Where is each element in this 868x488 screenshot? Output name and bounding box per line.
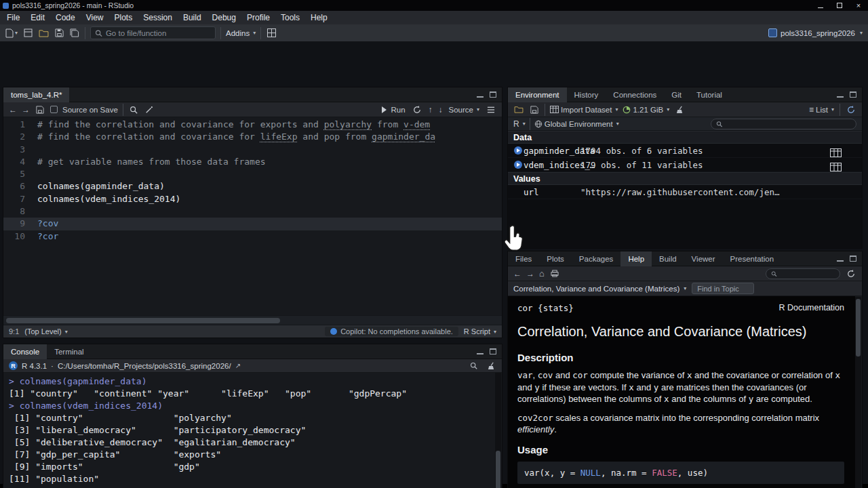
tab-history[interactable]: History — [567, 87, 606, 102]
memory-usage[interactable]: 1.21 GiB ▾ — [623, 106, 669, 114]
tab-console[interactable]: Console — [3, 344, 47, 359]
forward-icon[interactable]: → — [22, 105, 30, 115]
working-directory[interactable]: C:/Users/tomha/R_Projects/pols3316_sprin… — [58, 362, 231, 370]
import-dataset-button[interactable]: Import Dataset ▾ — [550, 106, 618, 114]
menu-build[interactable]: Build — [178, 11, 207, 24]
save-all-icon[interactable] — [69, 26, 80, 40]
pane-minimize-icon[interactable] — [837, 256, 844, 262]
tab-build[interactable]: Build — [652, 251, 684, 266]
menu-file[interactable]: File — [1, 11, 25, 24]
view-table-icon[interactable] — [830, 161, 842, 175]
tab-viewer[interactable]: Viewer — [684, 251, 723, 266]
menu-help[interactable]: Help — [305, 11, 333, 24]
goto-file-search[interactable] — [90, 26, 216, 39]
list-view-selector[interactable]: ≡List▾ — [809, 105, 834, 115]
console-scrollbar[interactable] — [495, 373, 501, 488]
scrollbar-thumb[interactable] — [6, 318, 280, 323]
goto-file-input[interactable] — [106, 29, 211, 37]
menu-profile[interactable]: Profile — [241, 11, 275, 24]
menu-session[interactable]: Session — [138, 11, 178, 24]
pane-maximize-icon[interactable] — [850, 256, 856, 262]
save-icon[interactable] — [54, 26, 64, 40]
open-file-icon[interactable] — [38, 26, 49, 40]
help-scrollbar[interactable] — [855, 297, 861, 488]
forward-icon[interactable]: → — [526, 269, 534, 279]
environment-row[interactable]: url"https://raw.githubusercontent.com/je… — [508, 185, 862, 199]
pane-minimize-icon[interactable] — [837, 92, 844, 98]
back-icon[interactable]: ← — [9, 105, 17, 115]
scrollbar-thumb[interactable] — [856, 299, 861, 357]
save-icon[interactable] — [35, 103, 45, 117]
tab-presentation[interactable]: Presentation — [723, 251, 782, 266]
back-icon[interactable]: ← — [513, 269, 521, 279]
scrollbar-thumb[interactable] — [496, 451, 500, 488]
pane-maximize-icon[interactable] — [850, 92, 856, 98]
tab-packages[interactable]: Packages — [572, 251, 621, 266]
project-selector[interactable]: pols3316_spring2026 ▾ — [768, 28, 863, 37]
menu-debug[interactable]: Debug — [207, 11, 241, 24]
help-search[interactable] — [766, 268, 840, 279]
rerun-icon[interactable] — [412, 103, 422, 117]
editor-content[interactable]: 1# find the correlation and covariance f… — [3, 119, 502, 315]
next-chunk-icon[interactable]: ↓ — [439, 105, 443, 115]
refresh-icon[interactable] — [846, 103, 856, 117]
close-button[interactable]: × — [849, 0, 868, 11]
menu-plots[interactable]: Plots — [109, 11, 138, 24]
help-search-input[interactable] — [780, 270, 835, 278]
tab-environment[interactable]: Environment — [508, 87, 567, 102]
console-search-icon[interactable] — [468, 359, 479, 373]
source-on-save-toggle[interactable]: Source on Save — [50, 106, 118, 114]
code-tools-icon[interactable] — [144, 103, 155, 117]
menu-code[interactable]: Code — [50, 11, 81, 24]
language-selector[interactable]: R▾ — [513, 119, 526, 129]
source-button[interactable]: Source▾ — [449, 106, 479, 114]
pane-maximize-icon[interactable] — [490, 348, 496, 354]
maximize-button[interactable] — [830, 0, 849, 11]
panes-layout-icon[interactable] — [266, 26, 277, 40]
open-in-new-icon[interactable]: ↗ — [235, 362, 241, 369]
refresh-icon[interactable] — [846, 267, 856, 281]
pane-minimize-icon[interactable] — [477, 349, 484, 354]
menu-view[interactable]: View — [81, 11, 109, 24]
previous-chunk-icon[interactable]: ↑ — [429, 105, 433, 115]
tab-terminal[interactable]: Terminal — [47, 344, 91, 359]
find-in-topic-input[interactable] — [697, 285, 749, 293]
find-in-topic[interactable] — [692, 283, 754, 294]
environment-search[interactable] — [711, 119, 856, 129]
file-type-selector[interactable]: R Script▾ — [464, 327, 496, 336]
clear-objects-icon[interactable] — [674, 103, 685, 117]
editor-horizontal-scrollbar[interactable] — [3, 315, 502, 325]
menu-tools[interactable]: Tools — [275, 11, 305, 24]
tab-git[interactable]: Git — [664, 87, 689, 102]
home-icon[interactable]: ⌂ — [539, 268, 545, 279]
expand-icon[interactable] — [512, 146, 524, 155]
new-project-icon[interactable] — [22, 26, 33, 40]
environment-row[interactable]: vdem_indices_…179 obs. of 11 variables — [508, 158, 862, 172]
copilot-status[interactable]: Copilot: No completions available. — [325, 327, 458, 336]
topic-selector[interactable]: Correlation, Variance and Covariance (Ma… — [513, 285, 686, 293]
find-replace-icon[interactable] — [128, 103, 139, 117]
environment-search-input[interactable] — [725, 120, 851, 128]
save-workspace-icon[interactable] — [529, 103, 540, 117]
run-button[interactable]: Run — [382, 106, 405, 114]
clear-console-icon[interactable] — [486, 359, 496, 373]
tab-toms-lab-4[interactable]: toms_lab_4.R* — [3, 87, 69, 102]
load-workspace-icon[interactable] — [513, 103, 524, 117]
addins-button[interactable]: Addins▾ — [226, 29, 256, 37]
new-file-icon[interactable]: ▾ — [5, 26, 18, 40]
expand-icon[interactable] — [512, 161, 524, 169]
tab-help[interactable]: Help — [620, 251, 652, 266]
minimize-button[interactable] — [811, 0, 830, 11]
tab-files[interactable]: Files — [508, 251, 539, 266]
tab-plots[interactable]: Plots — [539, 251, 572, 266]
menu-edit[interactable]: Edit — [25, 11, 50, 24]
environment-row[interactable]: gapminder_data1704 obs. of 6 variables — [508, 144, 862, 158]
scope-selector[interactable]: Global Environment ▾ — [534, 120, 619, 128]
pane-minimize-icon[interactable] — [477, 92, 484, 98]
pane-maximize-icon[interactable] — [490, 92, 496, 98]
console-output[interactable]: > colnames(gapminder_data)[1] "country" … — [3, 373, 495, 488]
outline-icon[interactable] — [486, 103, 496, 117]
scope-selector[interactable]: (Top Level)▾ — [24, 327, 67, 336]
tab-connections[interactable]: Connections — [606, 87, 664, 102]
print-icon[interactable] — [549, 267, 560, 281]
